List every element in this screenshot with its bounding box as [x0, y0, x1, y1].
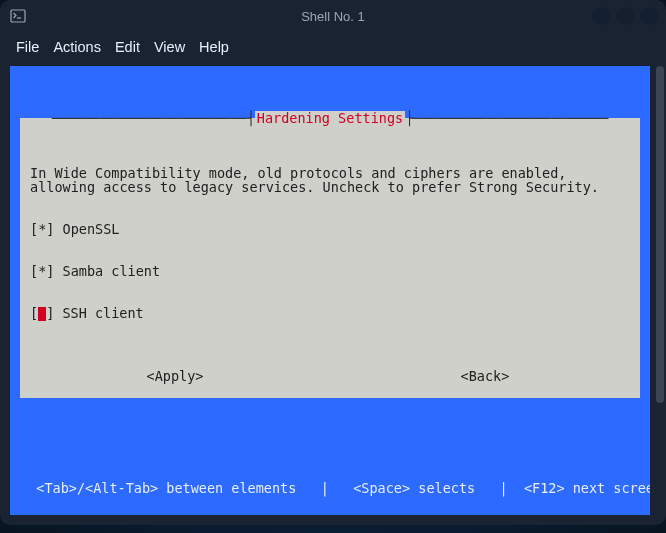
apply-button[interactable]: <Apply> — [20, 369, 330, 383]
dash-left: ────────────────────────┤ — [52, 111, 255, 125]
checkbox-label: SSH client — [62, 305, 143, 321]
titlebar[interactable]: Shell No. 1 — [0, 0, 666, 32]
decorative-dots: ··· — [10, 88, 650, 102]
window-controls — [592, 7, 658, 25]
back-button[interactable]: <Back> — [330, 369, 640, 383]
terminal-container: ··· ────────────────────────┤ Hardening … — [0, 62, 666, 525]
maximize-button[interactable] — [616, 7, 634, 25]
terminal[interactable]: ··· ────────────────────────┤ Hardening … — [10, 66, 650, 515]
terminal-window: Shell No. 1 File Actions Edit View Help … — [0, 0, 666, 525]
dialog-body: In Wide Compatibility mode, old protocol… — [30, 138, 630, 353]
menubar: File Actions Edit View Help — [0, 32, 666, 62]
dialog-buttons: <Apply> <Back> — [20, 369, 640, 383]
checkbox-ssh[interactable]: [] SSH client — [30, 306, 630, 321]
dialog-title-row: ────────────────────────┤ Hardening Sett… — [20, 111, 640, 125]
dash-right: ├──────────────────────── — [405, 111, 608, 125]
checkbox-samba[interactable]: [*] Samba client — [30, 264, 630, 278]
checkbox-mark: [ — [30, 263, 38, 279]
menu-view[interactable]: View — [154, 39, 185, 55]
dialog-title: Hardening Settings — [255, 111, 405, 125]
menu-file[interactable]: File — [16, 39, 39, 55]
svg-rect-0 — [11, 10, 25, 22]
close-button[interactable] — [640, 7, 658, 25]
cursor — [38, 307, 46, 321]
checkbox-mark: [ — [30, 221, 38, 237]
menu-edit[interactable]: Edit — [115, 39, 140, 55]
checkbox-mark: [ — [30, 305, 38, 321]
dialog-description: In Wide Compatibility mode, old protocol… — [30, 166, 630, 194]
terminal-icon — [10, 8, 26, 24]
scrollbar[interactable] — [656, 66, 664, 515]
checkbox-label: OpenSSL — [63, 221, 120, 237]
checkbox-label: Samba client — [63, 263, 161, 279]
scrollbar-thumb[interactable] — [656, 66, 664, 403]
menu-actions[interactable]: Actions — [53, 39, 101, 55]
checkbox-openssl[interactable]: [*] OpenSSL — [30, 222, 630, 236]
footer-hints: <Tab>/<Alt-Tab> between elements | <Spac… — [20, 481, 640, 495]
window-title: Shell No. 1 — [0, 9, 666, 24]
minimize-button[interactable] — [592, 7, 610, 25]
menu-help[interactable]: Help — [199, 39, 229, 55]
dialog-box: ────────────────────────┤ Hardening Sett… — [20, 118, 640, 398]
